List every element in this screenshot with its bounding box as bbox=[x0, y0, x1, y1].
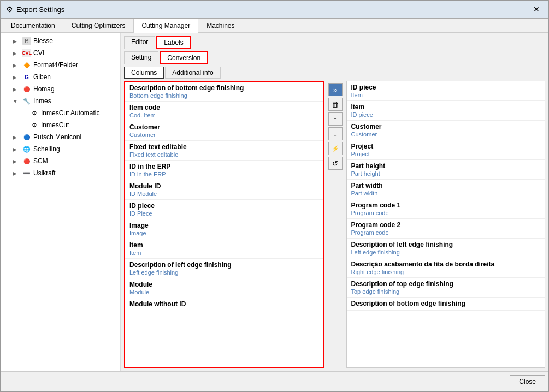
usikraft-icon: ➖ bbox=[22, 169, 31, 177]
item-title: Program code 2 bbox=[351, 221, 541, 229]
list-item[interactable]: Part width Part width bbox=[347, 180, 545, 199]
item-title: Description of top edge finishing bbox=[351, 280, 541, 288]
sidebar-label-schelling: Schelling bbox=[33, 145, 60, 153]
setting-tab-bar: Setting Conversion bbox=[124, 51, 545, 64]
tab-cutting-optimizers[interactable]: Cutting Optimizers bbox=[63, 19, 134, 32]
tab-machines[interactable]: Machines bbox=[198, 19, 243, 32]
list-item[interactable]: Image Image bbox=[125, 219, 323, 239]
item-title: Item bbox=[129, 241, 319, 249]
bottom-bar: Close bbox=[1, 371, 548, 391]
item-sub: Customer bbox=[129, 132, 319, 138]
list-item[interactable]: Description of left edge finishing Left … bbox=[125, 259, 323, 278]
sidebar-item-inmes-cut-auto[interactable]: ⚙ InmesCut Automatic bbox=[1, 107, 120, 119]
right-list-scroll[interactable]: ID piece Item Item ID piece Customer Cus… bbox=[347, 81, 545, 367]
list-item[interactable]: Item ID piece bbox=[347, 101, 545, 121]
list-item[interactable]: Program code 2 Program code bbox=[347, 219, 545, 239]
item-title: Part width bbox=[351, 182, 541, 189]
reset-button[interactable]: ↺ bbox=[328, 157, 343, 170]
list-item[interactable]: Module Module bbox=[125, 278, 323, 298]
close-button[interactable]: Close bbox=[510, 375, 545, 388]
list-item[interactable]: Fixed text editable Fixed text editable bbox=[125, 141, 323, 161]
item-sub: Right edge finishing bbox=[351, 269, 541, 275]
sidebar-item-biesse[interactable]: ▶ B Biesse bbox=[1, 35, 120, 47]
sidebar-item-inmes-cut[interactable]: ⚙ InmesCut bbox=[1, 119, 120, 131]
move-up-button[interactable]: ↑ bbox=[328, 112, 343, 126]
tab-editor[interactable]: Editor bbox=[124, 36, 155, 49]
tab-columns[interactable]: Columns bbox=[124, 67, 164, 79]
list-item[interactable]: ID piece ID Piece bbox=[125, 200, 323, 219]
list-item[interactable]: Item Item bbox=[125, 239, 323, 259]
title-bar-left: ⚙ Export Settings bbox=[6, 5, 64, 14]
list-item[interactable]: Descrição acabamento da fita de borda di… bbox=[347, 258, 545, 278]
window-close-button[interactable]: ✕ bbox=[530, 4, 543, 15]
list-item[interactable]: Part height Part height bbox=[347, 160, 545, 180]
sidebar-item-usikraft[interactable]: ▶ ➖ Usikraft bbox=[1, 167, 120, 179]
expand-icon: ▶ bbox=[13, 146, 20, 152]
item-title: Part height bbox=[351, 162, 541, 170]
item-sub: ID Piece bbox=[129, 210, 319, 217]
sidebar-label-inmes-cut-auto: InmesCut Automatic bbox=[41, 109, 99, 117]
item-sub: Cod. Item bbox=[129, 112, 319, 118]
sidebar-item-format4[interactable]: ▶ 🔶 Format4/Felder bbox=[1, 59, 120, 71]
list-item[interactable]: ID in the ERP ID in the ERP bbox=[125, 161, 323, 180]
move-all-right-button[interactable]: » bbox=[328, 83, 343, 96]
list-item[interactable]: Customer Customer bbox=[125, 121, 323, 141]
tab-setting[interactable]: Setting bbox=[124, 51, 158, 64]
tab-documentation[interactable]: Documentation bbox=[3, 19, 63, 32]
format4-icon: 🔶 bbox=[22, 61, 31, 69]
item-sub: Item bbox=[129, 250, 319, 256]
delete-button[interactable]: 🗑 bbox=[328, 98, 343, 111]
item-title: Item bbox=[351, 103, 541, 111]
list-item[interactable]: Program code 1 Program code bbox=[347, 199, 545, 219]
list-item[interactable]: Item code Cod. Item bbox=[125, 102, 323, 121]
tab-conversion[interactable]: Conversion bbox=[160, 51, 208, 64]
item-sub: Left edge finishing bbox=[129, 269, 319, 276]
sidebar-item-cvl[interactable]: ▶ CVL CVL bbox=[1, 47, 120, 59]
sidebar-item-putsch[interactable]: ▶ 🔵 Putsch Meniconi bbox=[1, 131, 120, 143]
tab-additional-info[interactable]: Additional info bbox=[165, 67, 220, 79]
list-item[interactable]: Project Project bbox=[347, 140, 545, 160]
middle-buttons: » 🗑 ↑ ↓ ⚡ ↺ bbox=[327, 81, 344, 368]
sidebar-label-inmes-cut: InmesCut bbox=[41, 121, 69, 129]
sidebar-item-scm[interactable]: ▶ 🔴 SCM bbox=[1, 155, 120, 167]
item-sub: ID Module bbox=[129, 191, 319, 197]
item-sub: Left edge finishing bbox=[351, 249, 541, 256]
sidebar-label-giben: Giben bbox=[33, 73, 51, 81]
move-down-button[interactable]: ↓ bbox=[328, 127, 343, 140]
list-item[interactable]: Module without ID bbox=[125, 298, 323, 311]
list-item[interactable]: ID piece Item bbox=[347, 81, 545, 101]
inmes-icon: 🔧 bbox=[22, 97, 31, 105]
left-list-scroll[interactable]: Description of bottom edge finishing Bot… bbox=[125, 82, 323, 367]
item-sub: Module bbox=[129, 289, 319, 295]
list-item[interactable]: Customer Customer bbox=[347, 121, 545, 140]
sidebar-label-biesse: Biesse bbox=[33, 37, 53, 45]
sidebar-item-schelling[interactable]: ▶ 🌐 Schelling bbox=[1, 143, 120, 155]
item-title: Module ID bbox=[129, 182, 319, 190]
list-item[interactable]: Description of bottom edge finishing bbox=[347, 298, 545, 311]
title-bar: ⚙ Export Settings ✕ bbox=[1, 1, 548, 19]
item-title: Description of left edge finishing bbox=[351, 241, 541, 248]
split-button[interactable]: ⚡ bbox=[328, 142, 343, 155]
item-title: Module bbox=[129, 281, 319, 288]
list-item[interactable]: Description of top edge finishing Top ed… bbox=[347, 278, 545, 298]
sidebar-item-giben[interactable]: ▶ G Giben bbox=[1, 71, 120, 83]
expand-icon: ▶ bbox=[13, 50, 20, 56]
expand-icon: ▶ bbox=[13, 134, 20, 140]
item-title: Description of bottom edge finishing bbox=[351, 300, 541, 307]
window-title: Export Settings bbox=[16, 5, 64, 14]
item-sub: Part height bbox=[351, 170, 541, 177]
list-item[interactable]: Module ID ID Module bbox=[125, 180, 323, 200]
sidebar-item-inmes[interactable]: ▼ 🔧 Inmes bbox=[1, 95, 120, 107]
sidebar-item-homag[interactable]: ▶ 🔴 Homag bbox=[1, 83, 120, 95]
content-area: ▶ B Biesse ▶ CVL CVL ▶ 🔶 Format4/Felder … bbox=[1, 33, 548, 371]
list-item[interactable]: Description of bottom edge finishing Bot… bbox=[125, 82, 323, 102]
sidebar-label-inmes: Inmes bbox=[33, 97, 51, 105]
tab-labels[interactable]: Labels bbox=[156, 36, 191, 49]
expand-icon: ▼ bbox=[13, 98, 20, 104]
expand-icon: ▶ bbox=[13, 158, 20, 164]
list-item[interactable]: Description of left edge finishing Left … bbox=[347, 239, 545, 258]
tab-cutting-manager[interactable]: Cutting Manager bbox=[133, 19, 198, 33]
item-sub: ID in the ERP bbox=[129, 171, 319, 177]
editor-tab-bar: Editor Labels bbox=[124, 36, 545, 49]
inmes-cut-icon: ⚙ bbox=[30, 121, 39, 129]
